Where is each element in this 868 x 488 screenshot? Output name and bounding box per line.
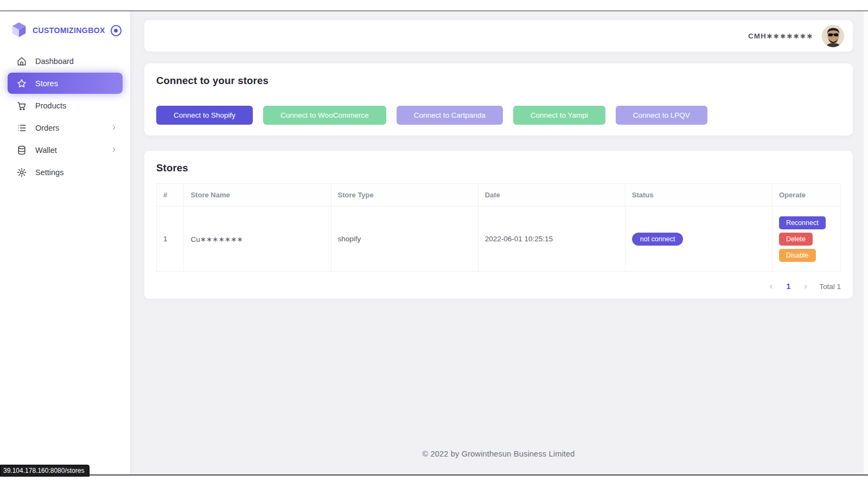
column-header-status: Status <box>625 184 772 207</box>
prev-page-icon[interactable]: ‹ <box>764 281 778 291</box>
cell-store-name: Cu∗∗∗∗∗∗∗ <box>184 207 331 272</box>
brand-logo-row: CUSTOMIZINGBOX <box>0 11 130 50</box>
sidebar-item-products[interactable]: Products <box>8 95 123 116</box>
gear-icon <box>16 167 27 178</box>
sidebar-item-label: Wallet <box>35 146 57 155</box>
column-header-index: # <box>157 184 184 207</box>
total-count-label: Total 1 <box>819 282 841 291</box>
right-edge-strip <box>864 11 868 474</box>
connect-shopify-button[interactable]: Connect to Shopify <box>156 106 253 125</box>
column-header-date: Date <box>478 184 625 207</box>
circle-dot-icon[interactable] <box>111 25 122 36</box>
column-header-name: Store Name <box>184 184 331 207</box>
status-badge: not connect <box>632 233 684 246</box>
cell-date: 2022-06-01 10:25:15 <box>478 207 625 272</box>
cell-operate: Reconnect Delete Disable <box>772 207 840 272</box>
stores-section: Stores # Store Name Store Type Date Stat… <box>144 151 853 299</box>
disable-button[interactable]: Disable <box>779 249 816 262</box>
connect-section: Connect to your stores Connect to Shopif… <box>144 63 853 136</box>
page-number[interactable]: 1 <box>781 282 795 291</box>
sidebar-nav: Dashboard Stores Products Orders <box>0 50 130 184</box>
chevron-right-icon <box>111 146 117 155</box>
next-page-icon[interactable]: › <box>799 281 813 291</box>
stores-title: Stores <box>156 162 841 175</box>
reconnect-button[interactable]: Reconnect <box>779 216 826 229</box>
delete-button[interactable]: Delete <box>779 233 813 246</box>
column-header-type: Store Type <box>331 184 478 207</box>
pagination: ‹ 1 › Total 1 <box>156 281 841 291</box>
sidebar-item-settings[interactable]: Settings <box>8 162 123 183</box>
footer-copyright: © 2022 by Growinthesun Business Limited <box>144 450 853 458</box>
star-icon <box>16 78 27 89</box>
cart-icon <box>16 100 27 111</box>
sidebar-item-dashboard[interactable]: Dashboard <box>8 50 123 72</box>
connect-title: Connect to your stores <box>156 74 841 87</box>
home-icon <box>16 56 27 67</box>
table-row: 1 Cu∗∗∗∗∗∗∗ shopify 2022-06-01 10:25:15 … <box>157 207 841 272</box>
sidebar-item-label: Products <box>35 101 66 110</box>
table-header-row: # Store Name Store Type Date Status Oper… <box>157 184 841 207</box>
brand-name: CUSTOMIZINGBOX <box>33 26 105 35</box>
top-header-bar: CMH∗∗∗∗∗∗∗ <box>144 20 853 52</box>
sidebar-item-wallet[interactable]: Wallet <box>8 139 123 160</box>
stores-table: # Store Name Store Type Date Status Oper… <box>156 183 841 272</box>
cell-status: not connect <box>625 207 772 272</box>
main-content: CMH∗∗∗∗∗∗∗ Con <box>130 11 864 474</box>
connect-cartpanda-button[interactable]: Connect to Cartpanda <box>397 106 503 125</box>
sidebar-item-label: Orders <box>35 124 59 132</box>
sidebar-item-label: Stores <box>35 79 58 88</box>
link-status-tooltip: 39.104.178.160:8080/stores <box>0 465 90 477</box>
cell-index: 1 <box>157 207 184 272</box>
connect-yampi-button[interactable]: Connect to Yampi <box>513 106 605 125</box>
list-icon <box>16 123 27 133</box>
sidebar-item-orders[interactable]: Orders <box>8 117 123 138</box>
browser-top-strip <box>0 0 868 11</box>
sidebar-item-stores[interactable]: Stores <box>8 73 123 94</box>
connect-woocommerce-button[interactable]: Connect to WooCommerce <box>263 106 386 125</box>
sidebar-item-label: Settings <box>35 168 63 177</box>
sidebar: CUSTOMIZINGBOX Dashboard Stores Pr <box>0 11 130 474</box>
connect-buttons-row: Connect to Shopify Connect to WooCommerc… <box>156 106 841 125</box>
connect-lpqv-button[interactable]: Connect to LPQV <box>616 106 707 125</box>
cell-store-type: shopify <box>331 207 478 272</box>
bottom-border-line <box>0 474 868 476</box>
column-header-operate: Operate <box>772 184 840 207</box>
app-window: CUSTOMIZINGBOX Dashboard Stores Pr <box>0 11 868 474</box>
avatar[interactable] <box>822 25 844 47</box>
username-label: CMH∗∗∗∗∗∗∗ <box>748 31 813 40</box>
chevron-right-icon <box>111 124 117 132</box>
sidebar-item-label: Dashboard <box>35 57 74 66</box>
database-icon <box>16 145 27 156</box>
cube-icon <box>11 21 27 40</box>
